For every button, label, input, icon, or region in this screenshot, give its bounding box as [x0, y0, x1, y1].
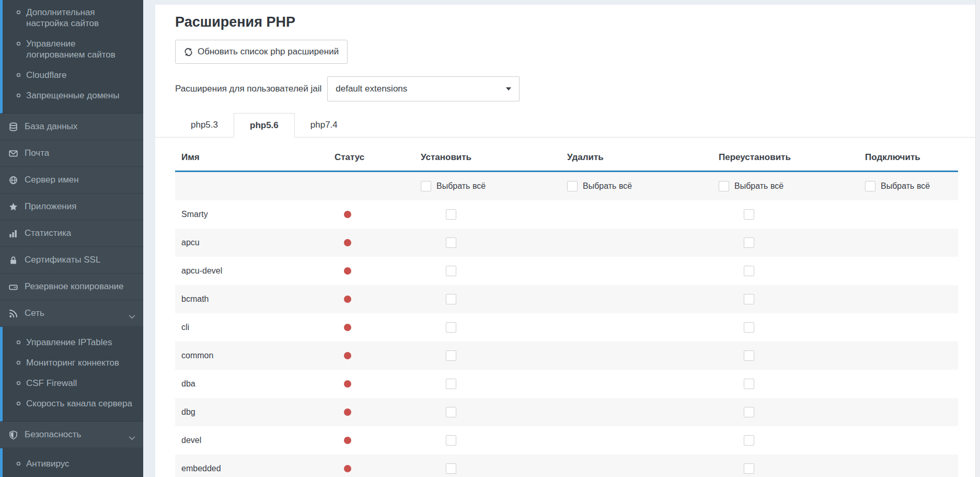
sidebar-subitem-label: Дополнительная настройка сайтов [26, 7, 136, 29]
install-checkbox[interactable] [446, 294, 456, 304]
reinstall-checkbox[interactable] [744, 209, 754, 220]
chevron-down-icon [129, 311, 135, 322]
reinstall-checkbox[interactable] [744, 237, 754, 248]
reinstall-checkbox[interactable] [744, 350, 754, 361]
sidebar-subitem-banned-domains[interactable]: Запрещенные домены [3, 85, 143, 106]
envelope-icon [7, 149, 19, 158]
status-dot [344, 408, 351, 416]
reinstall-checkbox[interactable] [744, 266, 754, 276]
sidebar-item-applications[interactable]: Приложения [0, 194, 143, 220]
extension-name: dbg [175, 407, 308, 417]
select-all-label: Выбрать всё [881, 181, 930, 191]
table-header-row: Имя Статус Установить Удалить Переустано… [175, 144, 958, 171]
extension-name: Smarty [175, 210, 308, 219]
reinstall-cell [695, 294, 841, 304]
sidebar-subitem-cloudflare[interactable]: Cloudflare [3, 65, 143, 85]
status-cell [308, 296, 397, 303]
hdd-icon [7, 282, 19, 291]
circle-icon [16, 360, 21, 365]
sidebar-item-label: Безопасность [25, 429, 81, 440]
select-all-reinstall-checkbox[interactable] [719, 181, 729, 191]
tab-php74[interactable]: php7.4 [295, 113, 353, 137]
install-checkbox[interactable] [446, 435, 456, 446]
install-checkbox[interactable] [446, 350, 456, 361]
install-checkbox[interactable] [446, 209, 456, 220]
sidebar-subitem-antivirus[interactable]: Антивирус [3, 453, 143, 474]
star-icon [7, 202, 19, 211]
sidebar-item-ssl-certificates[interactable]: Сертификаты SSL [0, 247, 143, 274]
chevron-down-icon [129, 433, 135, 443]
column-header-status: Статус [308, 152, 397, 163]
sidebar-subitem-iptables[interactable]: Управление IPTables [3, 332, 143, 353]
sidebar-subitem-label: Cloudflare [26, 70, 67, 81]
reinstall-cell [695, 266, 841, 276]
reinstall-checkbox[interactable] [744, 407, 754, 417]
sidebar-subitem-extra-site-settings[interactable]: Дополнительная настройка сайтов [3, 2, 143, 33]
sidebar-subitem-server-channel-speed[interactable]: Скорость канала сервера [3, 393, 143, 414]
page-title: Расширения PHP [175, 13, 976, 31]
sidebar-submenu: Управление IPTablesМониторинг коннектовC… [0, 327, 143, 422]
reinstall-cell [695, 463, 841, 474]
reinstall-checkbox[interactable] [744, 379, 754, 389]
reinstall-cell [695, 322, 841, 333]
reinstall-checkbox[interactable] [744, 435, 754, 446]
refresh-extensions-button[interactable]: Обновить список php расширений [175, 40, 348, 64]
install-checkbox[interactable] [446, 463, 456, 474]
sidebar-subitem-label: Мониторинг коннектов [26, 357, 119, 368]
install-checkbox[interactable] [446, 322, 456, 333]
install-checkbox[interactable] [446, 266, 456, 276]
sidebar-item-label: Сервер имен [25, 175, 79, 185]
select-all-connect-cell: Выбрать всё [841, 181, 958, 191]
table-row: embedded [175, 455, 958, 477]
jail-extensions-select[interactable]: default extensions [327, 76, 520, 101]
circle-icon [16, 381, 21, 385]
status-dot [344, 352, 351, 359]
extension-name: devel [175, 436, 308, 445]
circle-icon [16, 340, 21, 345]
globe-icon [7, 176, 19, 185]
sidebar-item-label: База данных [25, 121, 77, 132]
select-all-connect-checkbox[interactable] [865, 181, 875, 191]
sidebar-subitem-csf-firewall[interactable]: CSF Firewall [3, 373, 143, 393]
reinstall-checkbox[interactable] [744, 322, 754, 333]
status-dot [344, 437, 351, 444]
rss-icon [7, 309, 19, 318]
table-row: apcu-devel [175, 257, 958, 285]
sidebar-submenu: Антивирус [0, 448, 143, 477]
status-cell [308, 465, 397, 472]
extension-name: cli [175, 323, 308, 332]
status-cell [308, 324, 397, 331]
jail-selected-option: default extensions [336, 84, 407, 94]
select-all-delete-checkbox[interactable] [567, 181, 578, 191]
sidebar-subitem-site-logging[interactable]: Управление логированием сайтов [3, 33, 143, 65]
sidebar-item-statistics[interactable]: Статистика [0, 220, 143, 247]
sidebar-item-backup[interactable]: Резервное копирование [0, 274, 143, 300]
sidebar-item-mail[interactable]: Почта [0, 140, 143, 167]
scrollbar[interactable] [975, 0, 980, 477]
refresh-icon [184, 48, 193, 56]
select-all-install-cell: Выбрать всё [397, 181, 544, 191]
status-cell [308, 437, 397, 444]
tab-php53[interactable]: php5.3 [175, 113, 234, 137]
tab-php56[interactable]: php5.6 [234, 113, 295, 138]
install-checkbox[interactable] [446, 237, 456, 248]
sidebar-item-nameserver[interactable]: Сервер имен [0, 167, 143, 194]
extension-name: apcu-devel [175, 266, 308, 276]
column-header-name: Имя [175, 152, 308, 163]
sidebar-item-network[interactable]: Сеть [0, 300, 143, 327]
reinstall-cell [695, 379, 841, 389]
install-checkbox[interactable] [446, 379, 456, 389]
install-checkbox[interactable] [446, 407, 456, 417]
reinstall-checkbox[interactable] [744, 294, 754, 304]
sidebar-item-label: Резервное копирование [25, 281, 124, 292]
select-all-install-checkbox[interactable] [421, 181, 431, 191]
sidebar-subitem-connection-monitoring[interactable]: Мониторинг коннектов [3, 353, 143, 373]
sidebar-item-database[interactable]: База данных [0, 113, 143, 140]
circle-icon [16, 41, 21, 46]
sidebar-item-security[interactable]: Безопасность [0, 422, 143, 448]
select-all-reinstall-cell: Выбрать всё [695, 181, 841, 191]
install-cell [397, 266, 544, 276]
status-dot [344, 267, 351, 275]
reinstall-checkbox[interactable] [744, 463, 754, 474]
content-card: Расширения PHP Обновить список php расши… [155, 5, 976, 477]
